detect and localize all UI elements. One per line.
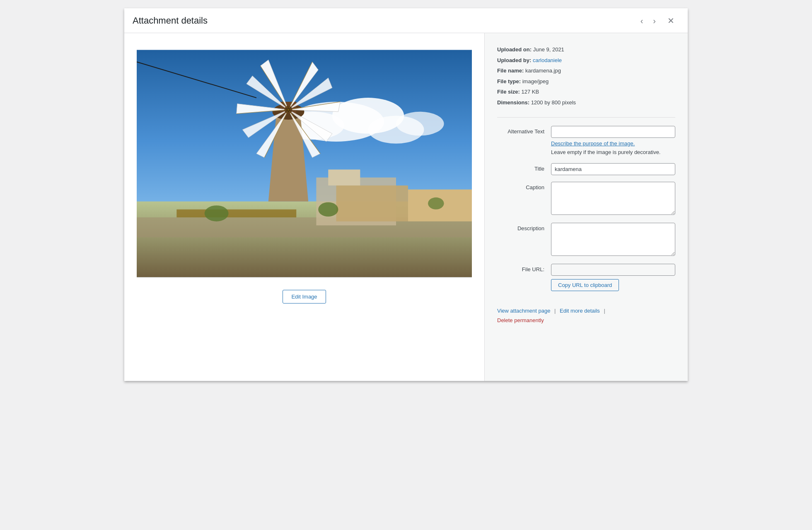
modal-header: Attachment details ‹ › ✕ [124, 8, 688, 33]
footer-links: View attachment page | Edit more details… [497, 304, 675, 323]
edit-image-button[interactable]: Edit Image [283, 290, 326, 304]
description-label: Description [497, 223, 551, 231]
svg-point-37 [318, 202, 338, 217]
caption-field [551, 182, 675, 216]
image-panel: Edit Image [124, 33, 485, 381]
file-info-section: Uploaded on: June 9, 2021 Uploaded by: c… [497, 46, 675, 118]
delete-permanently-link[interactable]: Delete permanently [497, 317, 675, 323]
prev-button[interactable]: ‹ [636, 13, 648, 28]
copy-url-button[interactable]: Copy URL to clipboard [551, 279, 619, 291]
uploaded-by: Uploaded by: carlodaniele [497, 56, 675, 65]
attachment-details-modal: Attachment details ‹ › ✕ [124, 8, 688, 381]
separator-1: | [554, 308, 556, 314]
caption-label: Caption [497, 182, 551, 190]
svg-rect-35 [176, 210, 296, 217]
alt-text-label: Alternative Text [497, 126, 551, 135]
title-field [551, 163, 675, 175]
alt-text-row: Alternative Text Describe the purpose of… [497, 126, 675, 157]
description-textarea[interactable] [551, 223, 675, 256]
file-url-input[interactable] [551, 264, 675, 276]
description-row: Description [497, 223, 675, 257]
next-button[interactable]: › [648, 13, 661, 28]
separator-2: | [604, 308, 605, 314]
modal-title: Attachment details [133, 15, 636, 26]
file-name: File name: kardamena.jpg [497, 67, 675, 75]
describe-purpose-link[interactable]: Describe the purpose of the image. [551, 140, 675, 147]
title-input[interactable] [551, 163, 675, 175]
svg-point-5 [396, 112, 444, 136]
file-url-label: File URL: [497, 264, 551, 272]
modal-body: Edit Image Uploaded on: June 9, 2021 Upl… [124, 33, 688, 381]
alt-text-field: Describe the purpose of the image. Leave… [551, 126, 675, 157]
details-panel: Uploaded on: June 9, 2021 Uploaded by: c… [485, 33, 688, 381]
caption-row: Caption [497, 182, 675, 216]
edit-more-link[interactable]: Edit more details [560, 308, 600, 314]
file-url-row: File URL: Copy URL to clipboard [497, 264, 675, 291]
dimensions: Dimensions: 1200 by 800 pixels [497, 99, 675, 107]
close-button[interactable]: ✕ [662, 13, 679, 28]
caption-textarea[interactable] [551, 182, 675, 215]
uploaded-on: Uploaded on: June 9, 2021 [497, 46, 675, 54]
title-row: Title [497, 163, 675, 175]
image-svg [137, 46, 472, 282]
view-attachment-link[interactable]: View attachment page [497, 308, 550, 314]
svg-point-38 [428, 198, 444, 210]
title-label: Title [497, 163, 551, 172]
svg-rect-9 [328, 169, 360, 186]
file-type: File type: image/jpeg [497, 77, 675, 86]
svg-point-36 [205, 205, 229, 222]
file-size: File size: 127 KB [497, 88, 675, 96]
alt-text-input[interactable] [551, 126, 675, 138]
svg-rect-33 [336, 186, 408, 222]
file-url-field: Copy URL to clipboard [551, 264, 675, 291]
describe-hint: Leave empty if the image is purely decor… [551, 148, 675, 157]
image-preview [137, 46, 472, 282]
description-field [551, 223, 675, 257]
uploaded-by-link[interactable]: carlodaniele [533, 57, 562, 63]
